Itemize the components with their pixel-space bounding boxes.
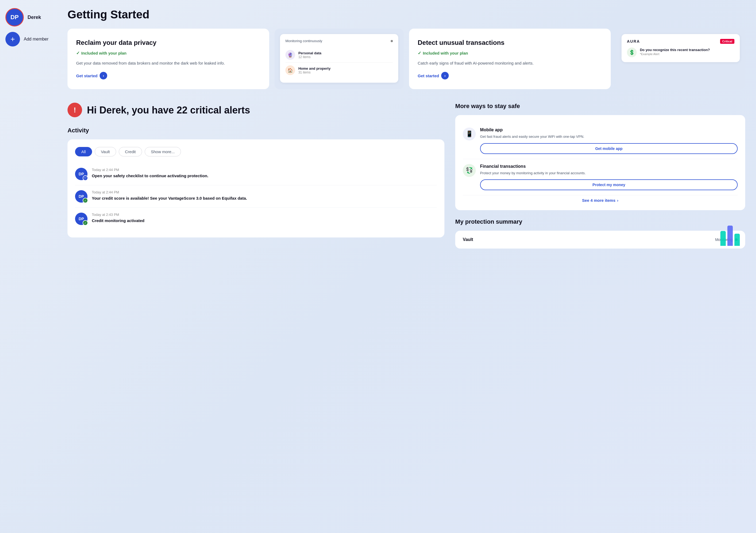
- activity-list: DP 🛡 Today at 2:44 PM Open your safety c…: [75, 163, 437, 230]
- activity-time-2: Today at 2:44 PM: [92, 190, 437, 194]
- protection-title: My protection summary: [455, 218, 745, 225]
- user-profile[interactable]: DP Derek: [5, 8, 54, 26]
- see-more-chevron: ›: [617, 198, 618, 203]
- protection-card: Vault Monitoring: [455, 231, 745, 248]
- financial-content: Financial transactions Protect your mone…: [480, 164, 738, 190]
- filter-tab-vault[interactable]: Vault: [95, 147, 116, 156]
- arrow-icon-1: ›: [100, 72, 107, 79]
- bottom-section: ! Hi Derek, you have 22 critical alerts …: [68, 103, 745, 248]
- activity-content-1: Today at 2:44 PM Open your safety checkl…: [92, 168, 437, 179]
- activity-avatar-2: DP ✓: [75, 190, 88, 203]
- aura-logo: AURA: [627, 39, 640, 43]
- check-badge-3: ✓: [83, 220, 88, 226]
- mobile-app-content: Mobile app Get fast fraud alerts and eas…: [480, 127, 738, 154]
- bar-2: [727, 226, 733, 246]
- activity-title: Activity: [68, 127, 445, 134]
- mobile-app-icon: 📱: [463, 127, 476, 140]
- activity-avatar-3: DP ✓: [75, 212, 88, 225]
- mobile-app-title: Mobile app: [480, 127, 738, 132]
- filter-tab-more[interactable]: Show more...: [145, 147, 181, 156]
- financial-desc: Protect your money by monitoring activit…: [480, 170, 738, 176]
- bar-1: [720, 231, 726, 246]
- stay-safe-title: More ways to stay safe: [455, 103, 745, 110]
- activity-item: DP 🛡 Today at 2:44 PM Open your safety c…: [75, 163, 437, 185]
- stay-safe-card: 📱 Mobile app Get fast fraud alerts and e…: [455, 115, 745, 210]
- monitoring-label: Monitoring continuously: [285, 39, 322, 43]
- personal-data-count: 12 items: [298, 55, 321, 59]
- chart-decoration: [720, 226, 740, 246]
- personal-data-title: Personal data: [298, 51, 321, 55]
- activity-item: DP ✓ Today at 2:44 PM Your credit score …: [75, 185, 437, 208]
- avatar: DP: [5, 8, 24, 26]
- monitoring-header: Monitoring continuously: [285, 39, 393, 43]
- personal-data-icon: 🔮: [285, 50, 295, 60]
- check-icon-1: ✓: [76, 50, 80, 56]
- arrow-icon-2: ›: [441, 72, 449, 79]
- see-more-text: See 4 more items: [582, 198, 615, 203]
- property-title: Home and property: [298, 67, 331, 70]
- financial-transactions-item: 💱 Financial transactions Protect your mo…: [463, 159, 738, 196]
- shield-badge-1: 🛡: [83, 175, 88, 181]
- activity-avatar-1: DP 🛡: [75, 168, 88, 180]
- included-badge-2: ✓ Included with your plan: [418, 50, 602, 56]
- check-icon-2: ✓: [418, 50, 421, 56]
- data-privacy-get-started[interactable]: Get started ›: [76, 72, 260, 79]
- protect-money-button[interactable]: Protect my money: [480, 180, 738, 190]
- see-more-link[interactable]: See 4 more items ›: [463, 195, 738, 203]
- alert-title: Hi Derek, you have 22 critical alerts: [87, 104, 250, 116]
- add-member-button[interactable]: + Add member: [5, 32, 54, 46]
- activity-content-2: Today at 2:44 PM Your credit score is av…: [92, 190, 437, 201]
- financial-title: Financial transactions: [480, 164, 738, 169]
- left-section: ! Hi Derek, you have 22 critical alerts …: [68, 103, 445, 248]
- bar-3: [734, 234, 740, 246]
- aura-alert-sub: *Example Alert: [640, 52, 710, 56]
- mobile-app-desc: Get fast fraud alerts and easily secure …: [480, 134, 738, 139]
- critical-badge: Critical: [720, 39, 734, 44]
- vault-label: Vault: [463, 237, 473, 242]
- aura-card: AURA Critical 💲 Do you recognize this re…: [616, 29, 745, 89]
- transactions-title: Detect unusual transactions: [418, 38, 602, 47]
- included-badge-1: ✓ Included with your plan: [76, 50, 260, 56]
- data-privacy-card: Reclaim your data privacy ✓ Included wit…: [68, 29, 269, 89]
- get-mobile-app-button[interactable]: Get mobile app: [480, 143, 738, 154]
- property-count: 31 items: [298, 70, 331, 74]
- activity-time-3: Today at 2:43 PM: [92, 212, 437, 217]
- monitoring-card: Monitoring continuously 🔮 Personal data …: [275, 29, 404, 89]
- getting-started-cards: Reclaim your data privacy ✓ Included wit…: [68, 29, 745, 89]
- activity-content-3: Today at 2:43 PM Credit monitoring activ…: [92, 212, 437, 223]
- data-privacy-desc: Get your data removed from data brokers …: [76, 60, 260, 67]
- activity-item: DP ✓ Today at 2:43 PM Credit monitoring …: [75, 208, 437, 230]
- alert-exclamation-icon: !: [68, 103, 82, 117]
- activity-text-2: Your credit score is available! See your…: [92, 195, 437, 201]
- right-section: More ways to stay safe 📱 Mobile app Get …: [455, 103, 745, 248]
- property-icon: 🏠: [285, 65, 295, 75]
- main-content: Getting Started Reclaim your data privac…: [59, 0, 756, 533]
- filter-tab-credit[interactable]: Credit: [119, 147, 142, 156]
- user-name: Derek: [28, 14, 41, 20]
- filter-tab-all[interactable]: All: [75, 147, 92, 156]
- aura-inner: AURA Critical 💲 Do you recognize this re…: [622, 34, 740, 62]
- activity-card: All Vault Credit Show more... DP 🛡 Today…: [68, 139, 445, 238]
- activity-text-1: Open your safety checklist to continue a…: [92, 173, 437, 179]
- transactions-card: Detect unusual transactions ✓ Included w…: [409, 29, 611, 89]
- protection-vault-row: Vault Monitoring: [463, 237, 738, 242]
- aura-alert-icon: 💲: [627, 47, 637, 57]
- transactions-get-started[interactable]: Get started ›: [418, 72, 602, 79]
- monitoring-status-dot: [391, 40, 393, 42]
- check-badge-2: ✓: [83, 198, 88, 203]
- transactions-desc: Catch early signs of fraud with AI-power…: [418, 60, 602, 67]
- property-text: Home and property 31 items: [298, 67, 331, 74]
- add-member-label: Add member: [24, 37, 49, 42]
- alert-header: ! Hi Derek, you have 22 critical alerts: [68, 103, 445, 117]
- financial-icon: 💱: [463, 164, 476, 177]
- data-privacy-title: Reclaim your data privacy: [76, 38, 260, 47]
- aura-alert-content: Do you recognize this recent transaction…: [640, 47, 710, 56]
- sidebar: DP Derek + Add member: [0, 0, 59, 533]
- monitoring-inner: Monitoring continuously 🔮 Personal data …: [280, 34, 398, 83]
- aura-header: AURA Critical: [627, 39, 734, 44]
- add-icon: +: [5, 32, 20, 46]
- page-title: Getting Started: [68, 8, 745, 21]
- mobile-app-item: 📱 Mobile app Get fast fraud alerts and e…: [463, 123, 738, 159]
- activity-time-1: Today at 2:44 PM: [92, 168, 437, 172]
- activity-text-3: Credit monitoring activated: [92, 218, 437, 223]
